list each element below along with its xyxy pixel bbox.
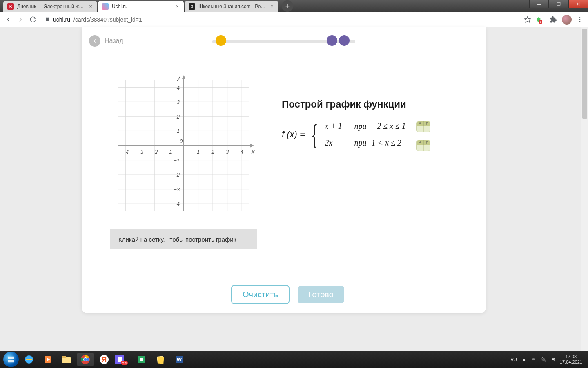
tab-2-close-icon[interactable]: × [270, 4, 274, 9]
tray-clock[interactable]: 17:08 17.04.2021 [560, 354, 585, 365]
tray-date: 17.04.2021 [560, 359, 582, 365]
svg-text:−4: −4 [174, 201, 180, 207]
lesson-card: Назад −4−3−2−101234−4−3−2−11234xy Кликай… [82, 27, 486, 313]
favicon-0: В [7, 3, 14, 10]
taskbar-explorer-icon[interactable] [58, 353, 75, 366]
case-1-expr: 2x [325, 138, 349, 148]
url-path: /cards/38840?subject_id=1 [74, 16, 142, 23]
favicon-2: З [189, 3, 195, 10]
tab-1[interactable]: Uchi.ru × [98, 1, 184, 12]
window-maximize-button[interactable]: ❐ [549, 0, 568, 8]
nav-back-icon[interactable] [4, 16, 12, 24]
tab-0[interactable]: В Дневник — Электронный журн × [3, 1, 97, 12]
svg-point-53 [84, 358, 87, 361]
svg-point-1 [579, 17, 581, 18]
function-cases: x + 1 при −2 ≤ x ≤ 1 2x при 1 < x ≤ 2 [325, 121, 405, 148]
done-button[interactable]: Готово [298, 286, 344, 303]
tab-1-title: Uchi.ru [112, 4, 172, 9]
svg-point-2 [579, 19, 581, 20]
case-row-0: x + 1 при −2 ≤ x ≤ 1 [325, 121, 405, 131]
svg-text:−1: −1 [174, 157, 180, 164]
star-icon[interactable] [523, 16, 532, 24]
progress-dot-current[interactable] [216, 35, 226, 46]
windows-taskbar: Я 599 W RU ▲ 🏳 🔌 ⊞ 17:08 17.04.2021 [0, 351, 588, 368]
case-1-range: 1 < x ≤ 2 [371, 138, 401, 148]
problem-statement: Построй график функции f (x) = { x + 1 п… [282, 99, 474, 148]
window-titlebar: В Дневник — Электронный журн × Uchi.ru ×… [0, 0, 588, 12]
back-button[interactable]: Назад [89, 35, 123, 47]
svg-text:1: 1 [177, 128, 180, 134]
tab-1-close-icon[interactable]: × [175, 4, 180, 9]
svg-text:2: 2 [211, 149, 214, 155]
svg-text:−3: −3 [174, 186, 180, 193]
url-field[interactable]: uchi.ru/cards/38840?subject_id=1 [41, 15, 519, 25]
window-close-button[interactable]: ✕ [568, 0, 588, 8]
nav-reload-icon[interactable] [29, 16, 37, 24]
new-tab-button[interactable]: + [282, 0, 293, 12]
tab-2-title: Школьные Знания.com - Реша [198, 4, 266, 9]
taskbar-word-icon[interactable]: W [171, 353, 187, 366]
case-row-1: 2x при 1 < x ≤ 2 [325, 138, 405, 148]
tray-arrow-icon[interactable]: ▲ [522, 357, 526, 362]
svg-rect-50 [62, 356, 66, 358]
svg-text:−3: −3 [137, 149, 144, 155]
svg-text:3: 3 [177, 99, 180, 105]
taskbar-ie-icon[interactable] [21, 353, 37, 366]
hint-box: Кликай на сетку, чтобы построить график [110, 229, 257, 249]
table-buttons: xy xy [416, 121, 430, 151]
brace-icon: { [311, 122, 318, 147]
window-minimize-button[interactable]: — [529, 0, 549, 8]
extensions-icon[interactable] [549, 15, 558, 24]
coordinate-grid[interactable]: −4−3−2−101234−4−3−2−11234xy [110, 72, 257, 221]
taskbar-yandex-icon[interactable]: Я [96, 353, 112, 366]
address-bar: uchi.ru/cards/38840?subject_id=1 1 [0, 12, 588, 27]
table-button-0[interactable]: xy [416, 121, 430, 132]
chevron-left-icon [89, 35, 100, 47]
case-0-range: −2 ≤ x ≤ 1 [371, 121, 405, 131]
tray-network-icon[interactable]: 🔌 [541, 357, 546, 362]
page-viewport: Назад −4−3−2−101234−4−3−2−11234xy Кликай… [0, 27, 588, 351]
viber-badge: 599 [121, 361, 128, 365]
action-buttons: Очистить Готово [231, 285, 344, 304]
taskbar-viber-icon[interactable]: 599 [115, 353, 131, 366]
start-button[interactable] [3, 352, 19, 367]
extension-badge: 1 [539, 20, 542, 24]
extension-adguard-icon[interactable]: 1 [536, 15, 545, 24]
tray-flag-icon[interactable]: 🏳 [531, 357, 536, 362]
progress-dot-3[interactable] [339, 35, 350, 46]
nav-forward-icon[interactable] [16, 16, 24, 24]
progress-bar [212, 35, 355, 47]
svg-marker-0 [525, 16, 531, 22]
table-button-1[interactable]: xy [416, 140, 430, 151]
taskbar-media-icon[interactable] [40, 353, 56, 366]
case-1-pri: при [354, 138, 366, 148]
taskbar-notes-icon[interactable] [152, 353, 169, 366]
window-controls: — ❐ ✕ [529, 0, 588, 12]
fx-label: f (x) = [282, 129, 305, 140]
svg-rect-49 [62, 357, 71, 363]
svg-text:1: 1 [197, 149, 200, 155]
scrollbar-thumb[interactable] [582, 29, 587, 119]
profile-avatar[interactable] [562, 15, 572, 25]
svg-text:−2: −2 [174, 172, 180, 178]
svg-text:4: 4 [241, 149, 243, 155]
tray-lang[interactable]: RU [510, 357, 517, 362]
menu-icon[interactable] [576, 16, 584, 24]
taskbar-chrome-icon[interactable] [77, 353, 94, 366]
system-tray: RU ▲ 🏳 🔌 ⊞ 17:08 17.04.2021 [510, 354, 585, 365]
hint-text: Кликай на сетку, чтобы построить график [118, 236, 236, 243]
browser-tabs: В Дневник — Электронный журн × Uchi.ru ×… [0, 0, 529, 12]
tray-action-icon[interactable]: ⊞ [551, 357, 555, 362]
tab-2[interactable]: З Школьные Знания.com - Реша × [185, 1, 278, 12]
svg-point-3 [579, 21, 581, 22]
svg-text:−1: −1 [166, 149, 172, 155]
svg-marker-23 [250, 144, 254, 148]
tray-time: 17:08 [560, 354, 582, 359]
progress-dot-2[interactable] [327, 35, 337, 46]
tab-0-title: Дневник — Электронный журн [17, 4, 85, 9]
clear-button[interactable]: Очистить [231, 285, 290, 304]
tab-0-close-icon[interactable]: × [88, 4, 93, 9]
taskbar-app1-icon[interactable] [134, 353, 150, 366]
vertical-scrollbar[interactable] [581, 27, 588, 351]
svg-text:4: 4 [177, 85, 180, 91]
